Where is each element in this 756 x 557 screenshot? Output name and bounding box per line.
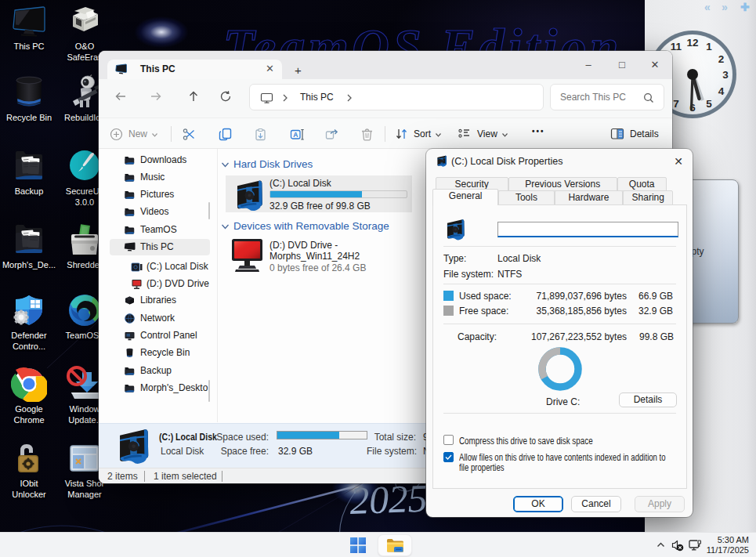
svg-text:1: 1 — [706, 41, 712, 52]
svg-text:A: A — [293, 131, 298, 139]
svg-text:12: 12 — [686, 37, 698, 49]
svg-text:7: 7 — [673, 98, 679, 110]
svg-text:11: 11 — [671, 41, 682, 52]
svg-text:2: 2 — [718, 53, 725, 65]
svg-text:4: 4 — [718, 85, 725, 97]
svg-text:5: 5 — [706, 98, 712, 110]
svg-text:3: 3 — [722, 69, 729, 81]
